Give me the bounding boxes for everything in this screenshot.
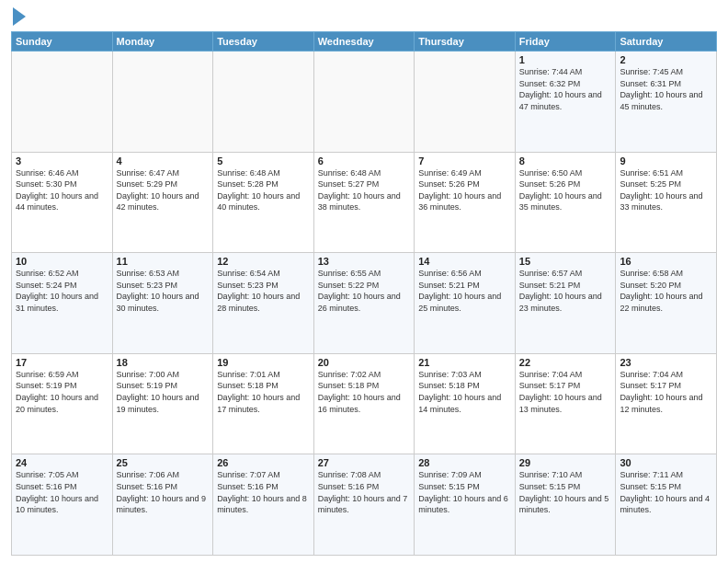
calendar-day-cell: 28Sunrise: 7:09 AMSunset: 5:15 PMDayligh… bbox=[415, 454, 516, 556]
calendar-day-cell: 2Sunrise: 7:45 AMSunset: 6:31 PMDaylight… bbox=[616, 52, 717, 153]
day-number: 4 bbox=[117, 155, 210, 167]
day-number: 25 bbox=[117, 457, 210, 468]
day-number: 7 bbox=[418, 155, 511, 167]
day-info: Sunrise: 6:51 AMSunset: 5:25 PMDaylight:… bbox=[620, 167, 712, 213]
page: SundayMondayTuesdayWednesdayThursdayFrid… bbox=[0, 0, 728, 563]
day-number: 30 bbox=[620, 457, 712, 468]
day-number: 1 bbox=[519, 54, 612, 65]
day-number: 18 bbox=[117, 357, 210, 368]
logo-arrow-icon bbox=[13, 7, 26, 26]
calendar-day-cell: 29Sunrise: 7:10 AMSunset: 5:15 PMDayligh… bbox=[515, 454, 616, 556]
day-info: Sunrise: 6:56 AMSunset: 5:21 PMDaylight:… bbox=[418, 268, 511, 314]
day-info: Sunrise: 6:58 AMSunset: 5:20 PMDaylight:… bbox=[620, 268, 712, 314]
day-number: 5 bbox=[217, 155, 310, 167]
day-info: Sunrise: 6:49 AMSunset: 5:26 PMDaylight:… bbox=[418, 167, 511, 213]
day-info: Sunrise: 7:03 AMSunset: 5:18 PMDaylight:… bbox=[418, 369, 511, 415]
day-number: 10 bbox=[16, 256, 108, 267]
day-info: Sunrise: 6:55 AMSunset: 5:22 PMDaylight:… bbox=[318, 268, 411, 314]
day-info: Sunrise: 7:02 AMSunset: 5:18 PMDaylight:… bbox=[318, 369, 411, 415]
calendar-week-row: 3Sunrise: 6:46 AMSunset: 5:30 PMDaylight… bbox=[12, 152, 717, 253]
day-info: Sunrise: 6:52 AMSunset: 5:24 PMDaylight:… bbox=[16, 268, 108, 314]
calendar-body: 1Sunrise: 7:44 AMSunset: 6:32 PMDaylight… bbox=[12, 52, 717, 556]
calendar-week-row: 1Sunrise: 7:44 AMSunset: 6:32 PMDaylight… bbox=[12, 52, 717, 153]
calendar-day-cell: 26Sunrise: 7:07 AMSunset: 5:16 PMDayligh… bbox=[213, 454, 314, 556]
day-info: Sunrise: 6:47 AMSunset: 5:29 PMDaylight:… bbox=[117, 167, 210, 213]
day-number: 21 bbox=[418, 357, 511, 368]
day-info: Sunrise: 7:09 AMSunset: 5:15 PMDaylight:… bbox=[418, 469, 511, 515]
calendar-day-cell: 8Sunrise: 6:50 AMSunset: 5:26 PMDaylight… bbox=[515, 152, 616, 253]
day-number: 15 bbox=[519, 256, 612, 267]
day-number: 3 bbox=[16, 155, 108, 167]
calendar-day-cell: 23Sunrise: 7:04 AMSunset: 5:17 PMDayligh… bbox=[616, 353, 717, 454]
calendar-week-row: 17Sunrise: 6:59 AMSunset: 5:19 PMDayligh… bbox=[12, 353, 717, 454]
day-info: Sunrise: 7:00 AMSunset: 5:19 PMDaylight:… bbox=[117, 369, 210, 415]
calendar-day-cell: 4Sunrise: 6:47 AMSunset: 5:29 PMDaylight… bbox=[112, 152, 213, 253]
day-number: 12 bbox=[217, 256, 310, 267]
day-number: 9 bbox=[620, 155, 712, 167]
weekday-header-row: SundayMondayTuesdayWednesdayThursdayFrid… bbox=[12, 32, 717, 52]
weekday-header-tuesday: Tuesday bbox=[213, 32, 314, 52]
calendar-day-cell: 5Sunrise: 6:48 AMSunset: 5:28 PMDaylight… bbox=[213, 152, 314, 253]
header bbox=[11, 9, 717, 26]
weekday-header-monday: Monday bbox=[112, 32, 213, 52]
day-info: Sunrise: 7:05 AMSunset: 5:16 PMDaylight:… bbox=[16, 469, 108, 515]
calendar-day-cell: 25Sunrise: 7:06 AMSunset: 5:16 PMDayligh… bbox=[112, 454, 213, 556]
day-info: Sunrise: 7:44 AMSunset: 6:32 PMDaylight:… bbox=[519, 66, 612, 112]
day-number: 20 bbox=[318, 357, 411, 368]
day-number: 27 bbox=[318, 457, 411, 468]
day-number: 6 bbox=[318, 155, 411, 167]
calendar-day-cell: 3Sunrise: 6:46 AMSunset: 5:30 PMDaylight… bbox=[12, 152, 113, 253]
day-number: 11 bbox=[117, 256, 210, 267]
day-info: Sunrise: 7:04 AMSunset: 5:17 PMDaylight:… bbox=[620, 369, 712, 415]
calendar-day-cell: 24Sunrise: 7:05 AMSunset: 5:16 PMDayligh… bbox=[12, 454, 113, 556]
calendar-day-cell bbox=[415, 52, 516, 153]
calendar-day-cell bbox=[313, 52, 415, 153]
weekday-header-thursday: Thursday bbox=[415, 32, 516, 52]
day-number: 2 bbox=[620, 54, 712, 65]
calendar-week-row: 10Sunrise: 6:52 AMSunset: 5:24 PMDayligh… bbox=[12, 253, 717, 354]
calendar-day-cell bbox=[12, 52, 113, 153]
day-info: Sunrise: 6:53 AMSunset: 5:23 PMDaylight:… bbox=[117, 268, 210, 314]
day-info: Sunrise: 6:54 AMSunset: 5:23 PMDaylight:… bbox=[217, 268, 310, 314]
calendar-day-cell: 27Sunrise: 7:08 AMSunset: 5:16 PMDayligh… bbox=[313, 454, 415, 556]
calendar-day-cell: 9Sunrise: 6:51 AMSunset: 5:25 PMDaylight… bbox=[616, 152, 717, 253]
calendar-day-cell: 12Sunrise: 6:54 AMSunset: 5:23 PMDayligh… bbox=[213, 253, 314, 354]
calendar-day-cell: 19Sunrise: 7:01 AMSunset: 5:18 PMDayligh… bbox=[213, 353, 314, 454]
calendar-day-cell bbox=[213, 52, 314, 153]
calendar-day-cell: 16Sunrise: 6:58 AMSunset: 5:20 PMDayligh… bbox=[616, 253, 717, 354]
day-info: Sunrise: 6:50 AMSunset: 5:26 PMDaylight:… bbox=[519, 167, 612, 213]
day-info: Sunrise: 6:48 AMSunset: 5:27 PMDaylight:… bbox=[318, 167, 411, 213]
calendar-day-cell bbox=[112, 52, 213, 153]
day-info: Sunrise: 7:45 AMSunset: 6:31 PMDaylight:… bbox=[620, 66, 712, 112]
day-number: 13 bbox=[318, 256, 411, 267]
day-info: Sunrise: 6:59 AMSunset: 5:19 PMDaylight:… bbox=[16, 369, 108, 415]
calendar-day-cell: 30Sunrise: 7:11 AMSunset: 5:15 PMDayligh… bbox=[616, 454, 717, 556]
calendar-day-cell: 18Sunrise: 7:00 AMSunset: 5:19 PMDayligh… bbox=[112, 353, 213, 454]
calendar-day-cell: 21Sunrise: 7:03 AMSunset: 5:18 PMDayligh… bbox=[415, 353, 516, 454]
calendar-table: SundayMondayTuesdayWednesdayThursdayFrid… bbox=[11, 31, 717, 556]
day-number: 26 bbox=[217, 457, 310, 468]
calendar-day-cell: 11Sunrise: 6:53 AMSunset: 5:23 PMDayligh… bbox=[112, 253, 213, 354]
day-number: 16 bbox=[620, 256, 712, 267]
day-info: Sunrise: 7:04 AMSunset: 5:17 PMDaylight:… bbox=[519, 369, 612, 415]
calendar-week-row: 24Sunrise: 7:05 AMSunset: 5:16 PMDayligh… bbox=[12, 454, 717, 556]
day-info: Sunrise: 7:08 AMSunset: 5:16 PMDaylight:… bbox=[318, 469, 411, 515]
day-info: Sunrise: 7:06 AMSunset: 5:16 PMDaylight:… bbox=[117, 469, 210, 515]
day-info: Sunrise: 6:46 AMSunset: 5:30 PMDaylight:… bbox=[16, 167, 108, 213]
day-info: Sunrise: 7:07 AMSunset: 5:16 PMDaylight:… bbox=[217, 469, 310, 515]
calendar-day-cell: 13Sunrise: 6:55 AMSunset: 5:22 PMDayligh… bbox=[313, 253, 415, 354]
day-number: 23 bbox=[620, 357, 712, 368]
logo bbox=[11, 9, 26, 26]
day-info: Sunrise: 6:57 AMSunset: 5:21 PMDaylight:… bbox=[519, 268, 612, 314]
calendar-header: SundayMondayTuesdayWednesdayThursdayFrid… bbox=[12, 32, 717, 52]
calendar-day-cell: 7Sunrise: 6:49 AMSunset: 5:26 PMDaylight… bbox=[415, 152, 516, 253]
weekday-header-friday: Friday bbox=[515, 32, 616, 52]
calendar-day-cell: 17Sunrise: 6:59 AMSunset: 5:19 PMDayligh… bbox=[12, 353, 113, 454]
calendar-day-cell: 20Sunrise: 7:02 AMSunset: 5:18 PMDayligh… bbox=[313, 353, 415, 454]
day-info: Sunrise: 6:48 AMSunset: 5:28 PMDaylight:… bbox=[217, 167, 310, 213]
day-info: Sunrise: 7:11 AMSunset: 5:15 PMDaylight:… bbox=[620, 469, 712, 515]
day-number: 8 bbox=[519, 155, 612, 167]
day-info: Sunrise: 7:01 AMSunset: 5:18 PMDaylight:… bbox=[217, 369, 310, 415]
weekday-header-wednesday: Wednesday bbox=[313, 32, 415, 52]
weekday-header-saturday: Saturday bbox=[616, 32, 717, 52]
